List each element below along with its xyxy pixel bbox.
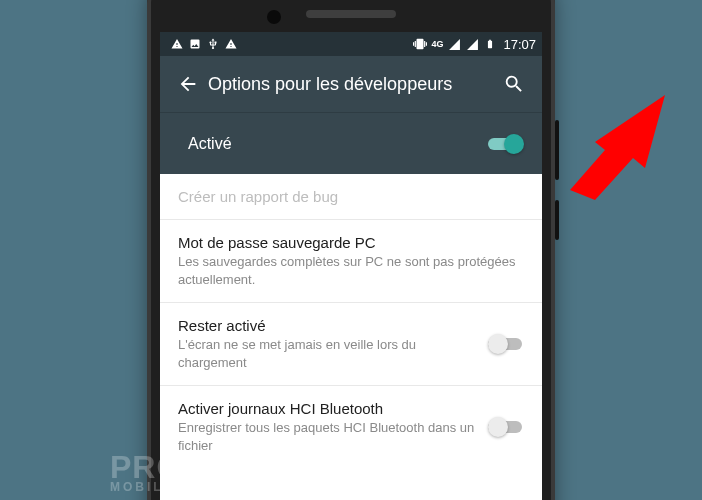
back-button[interactable]	[168, 64, 208, 104]
master-toggle-label: Activé	[178, 135, 488, 153]
network-4g-label: 4G	[431, 39, 443, 49]
phone-earpiece	[306, 10, 396, 18]
item-title: Rester activé	[178, 317, 480, 334]
search-icon	[503, 73, 525, 95]
search-button[interactable]	[494, 64, 534, 104]
watermark: PRODIGE MOBILE	[110, 449, 265, 494]
status-clock: 17:07	[501, 37, 536, 52]
phone-sensor	[267, 10, 281, 24]
item-toggle-switch[interactable]	[488, 417, 524, 437]
vibrate-icon	[413, 37, 427, 51]
svg-marker-1	[570, 95, 665, 200]
phone-frame: 4G 17:07 Options pour les développeurs A…	[147, 0, 555, 500]
item-toggle-switch[interactable]	[488, 334, 524, 354]
item-title: Créer un rapport de bug	[178, 188, 516, 205]
item-subtitle: Les sauvegardes complètes sur PC ne sont…	[178, 253, 516, 288]
settings-list: Créer un rapport de bug Mot de passe sau…	[160, 174, 542, 468]
list-item[interactable]: Rester activé L'écran ne se met jamais e…	[160, 303, 542, 385]
signal-icon	[465, 37, 479, 51]
master-toggle-switch[interactable]	[488, 134, 524, 154]
page-title: Options pour les développeurs	[208, 74, 494, 95]
list-item[interactable]: Mot de passe sauvegarde PC Les sauvegard…	[160, 220, 542, 302]
volume-button	[555, 120, 559, 180]
status-bar: 4G 17:07	[160, 32, 542, 56]
item-subtitle: L'écran ne se met jamais en veille lors …	[178, 336, 480, 371]
app-bar: Options pour les développeurs	[160, 56, 542, 112]
battery-icon	[483, 37, 497, 51]
annotation-arrow-icon	[555, 90, 695, 210]
item-title: Mot de passe sauvegarde PC	[178, 234, 516, 251]
list-item[interactable]: Créer un rapport de bug	[160, 174, 542, 219]
phone-screen: 4G 17:07 Options pour les développeurs A…	[160, 32, 542, 500]
master-toggle-row[interactable]: Activé	[160, 112, 542, 174]
item-title: Activer journaux HCI Bluetooth	[178, 400, 480, 417]
signal-icon	[447, 37, 461, 51]
image-icon	[188, 37, 202, 51]
warning-icon	[170, 37, 184, 51]
usb-icon	[206, 37, 220, 51]
arrow-back-icon	[177, 73, 199, 95]
warning-icon	[224, 37, 238, 51]
power-button	[555, 200, 559, 240]
